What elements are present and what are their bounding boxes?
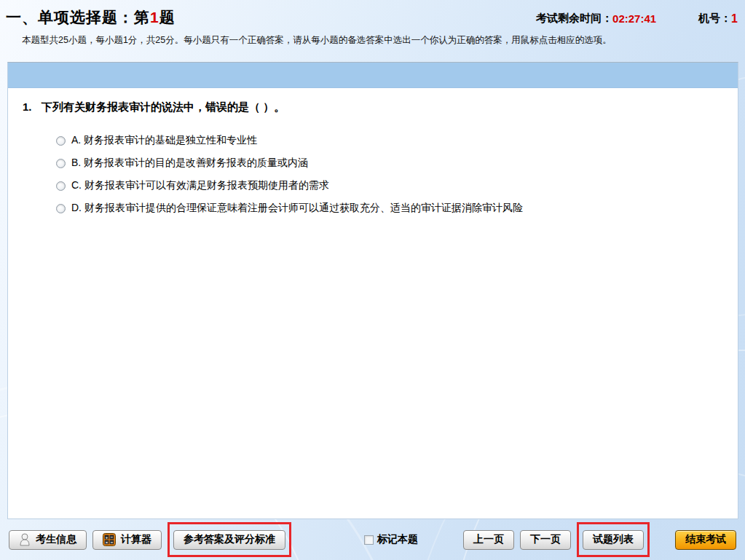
- calculator-label: 计算器: [121, 533, 151, 546]
- person-icon: [19, 533, 31, 546]
- exam-header: 一、单项选择题：第1题 本题型共25小题，每小题1分，共25分。每小题只有一个正…: [0, 0, 745, 62]
- next-page-label: 下一页: [530, 533, 561, 546]
- svg-text:×: ×: [106, 540, 109, 545]
- radio-option-c[interactable]: [56, 181, 66, 191]
- current-question-number: 1: [150, 9, 159, 25]
- calculator-button[interactable]: + − × = 计算器: [92, 530, 162, 550]
- option-a[interactable]: A. 财务报表审计的基础是独立性和专业性: [56, 134, 723, 147]
- question-list-highlight: 试题列表: [577, 522, 650, 557]
- option-d-label: D. 财务报表审计提供的合理保证意味着注册会计师可以通过获取充分、适当的审计证据…: [71, 202, 523, 215]
- page-title: 一、单项选择题：第1题: [6, 7, 176, 28]
- mark-question-control[interactable]: 标记本题: [364, 533, 418, 546]
- question-list-button[interactable]: 试题列表: [583, 530, 644, 550]
- question-list-label: 试题列表: [593, 533, 634, 546]
- end-exam-label: 结束考试: [685, 533, 726, 546]
- svg-text:=: =: [111, 540, 114, 545]
- question-panel: 1. 下列有关财务报表审计的说法中，错误的是（ ）。 A. 财务报表审计的基础是…: [7, 62, 738, 519]
- reference-answer-button[interactable]: 参考答案及评分标准: [173, 530, 285, 550]
- option-a-label: A. 财务报表审计的基础是独立性和专业性: [71, 134, 257, 147]
- page-navigation: 上一页 下一页 试题列表: [463, 522, 650, 557]
- question-block: 1. 下列有关财务报表审计的说法中，错误的是（ ）。 A. 财务报表审计的基础是…: [8, 88, 738, 215]
- panel-header-bar: [8, 63, 738, 88]
- svg-text:+: +: [106, 535, 109, 540]
- bottom-toolbar: 考生信息 + − × = 计算器 参考答案及评分标准 标记本题: [0, 519, 745, 560]
- mark-question-checkbox[interactable]: [364, 535, 374, 545]
- radio-option-a[interactable]: [56, 136, 66, 146]
- next-page-button[interactable]: 下一页: [520, 530, 571, 550]
- radio-option-b[interactable]: [56, 159, 66, 168]
- option-b[interactable]: B. 财务报表审计的目的是改善财务报表的质量或内涵: [56, 157, 723, 170]
- question-number: 1.: [23, 100, 42, 114]
- timer-area: 考试剩余时间： 02:27:41 机号： 1: [536, 12, 738, 25]
- machine-number-label: 机号：: [698, 12, 731, 25]
- svg-text:−: −: [111, 535, 114, 540]
- option-c-label: C. 财务报表审计可以有效满足财务报表预期使用者的需求: [71, 179, 329, 192]
- mark-question-label: 标记本题: [377, 533, 418, 546]
- reference-answer-label: 参考答案及评分标准: [184, 533, 275, 546]
- calculator-icon: + − × =: [103, 533, 116, 546]
- option-c[interactable]: C. 财务报表审计可以有效满足财务报表预期使用者的需求: [56, 179, 723, 192]
- question-stem: 1. 下列有关财务报表审计的说法中，错误的是（ ）。: [23, 100, 723, 114]
- machine-number-value: 1: [731, 12, 738, 25]
- radio-option-d[interactable]: [56, 204, 66, 213]
- option-b-label: B. 财务报表审计的目的是改善财务报表的质量或内涵: [71, 157, 308, 170]
- option-d[interactable]: D. 财务报表审计提供的合理保证意味着注册会计师可以通过获取充分、适当的审计证据…: [56, 202, 723, 215]
- reference-answer-highlight: 参考答案及评分标准: [167, 522, 291, 557]
- remaining-time-value: 02:27:41: [612, 12, 656, 25]
- candidate-info-label: 考生信息: [36, 533, 76, 546]
- section-instructions: 本题型共25小题，每小题1分，共25分。每小题只有一个正确答案，请从每小题的备选…: [22, 34, 612, 47]
- options-list: A. 财务报表审计的基础是独立性和专业性 B. 财务报表审计的目的是改善财务报表…: [56, 134, 723, 215]
- candidate-info-button[interactable]: 考生信息: [9, 530, 87, 550]
- section-title-suffix: 题: [159, 9, 176, 25]
- end-exam-button[interactable]: 结束考试: [675, 530, 736, 550]
- prev-page-label: 上一页: [473, 533, 504, 546]
- question-text: 下列有关财务报表审计的说法中，错误的是（ ）。: [42, 100, 285, 114]
- remaining-time-label: 考试剩余时间：: [536, 12, 612, 25]
- section-title-prefix: 一、单项选择题：第: [6, 9, 150, 25]
- prev-page-button[interactable]: 上一页: [463, 530, 514, 550]
